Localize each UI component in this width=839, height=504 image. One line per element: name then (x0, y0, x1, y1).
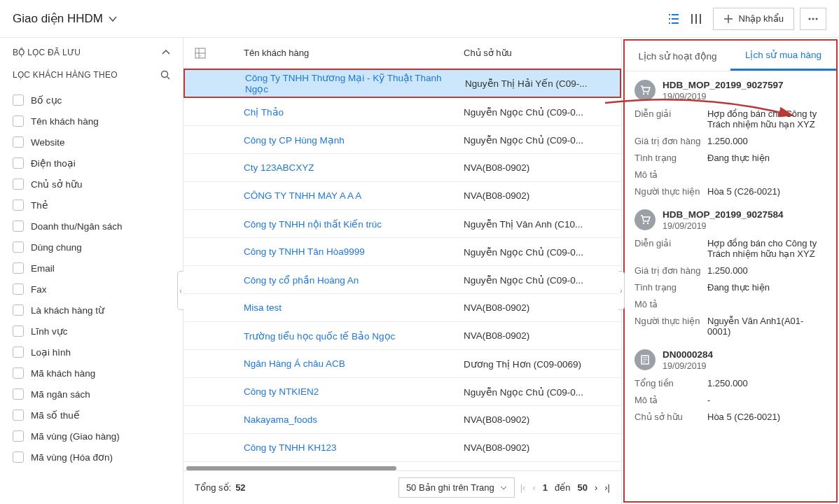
filter-label: Bố cục (31, 94, 62, 106)
table-row[interactable]: Misa testNVA(B08-0902) (183, 294, 621, 322)
filter-checkbox[interactable] (13, 262, 24, 274)
collapse-sidebar-handle[interactable]: ‹ (177, 271, 183, 310)
pager-last[interactable]: ›| (604, 482, 610, 493)
record-field-label: Người thực hiện (635, 186, 707, 197)
page-size-select[interactable]: 50 Bản ghi trên Trang (398, 477, 515, 498)
col-header-owner[interactable]: Chủ sở hữu (464, 48, 610, 58)
table-row[interactable]: Trường tiểu học quốc tế Bảo NgọcNVA(B08-… (183, 322, 621, 350)
filter-checkbox[interactable] (13, 220, 24, 232)
filter-item[interactable]: Doanh thu/Ngân sách (13, 216, 170, 237)
filter-item[interactable]: Mã vùng (Giao hàng) (13, 426, 170, 447)
record-field-value: Hòa 5 (C26-0021) (707, 412, 826, 422)
owner-cell: Nguyễn Ngọc Chủ (C09-0... (464, 386, 610, 398)
svg-point-2 (816, 18, 818, 20)
pager-first[interactable]: |‹ (520, 482, 526, 493)
table-row[interactable]: Chị ThảoNguyễn Ngọc Chủ (C09-0... (183, 98, 621, 126)
view-title[interactable]: Giao diện HHDM (13, 11, 117, 26)
customer-name-link[interactable]: Công ty TNHH Tân Hòa9999 (244, 246, 464, 257)
customer-name-link[interactable]: Công Ty TNHH Thương Mại - Kỹ Thuật Thanh… (245, 72, 465, 94)
table-row[interactable]: Cty 123ABCXYZNVA(B08-0902) (183, 154, 621, 182)
table-row[interactable]: Công Ty TNHH Thương Mại - Kỹ Thuật Thanh… (183, 69, 621, 98)
filter-item[interactable]: Website (13, 132, 170, 153)
filter-item[interactable]: Thẻ (13, 195, 170, 216)
filter-item[interactable]: Dùng chung (13, 237, 170, 258)
customer-name-link[interactable]: Trường tiểu học quốc tế Bảo Ngọc (244, 330, 464, 342)
filter-label: Doanh thu/Ngân sách (31, 221, 123, 232)
record-field-value: Nguyễn Văn Anh1(A01-0001) (707, 316, 826, 337)
filter-checkbox[interactable] (13, 451, 24, 463)
table-row[interactable]: Công ty TNHH KH123NVA(B08-0902) (183, 434, 621, 462)
filter-item[interactable]: Điện thoại (13, 153, 170, 174)
customer-name-link[interactable]: Công ty TNHH nội thất Kiến trúc (244, 218, 464, 230)
filter-item[interactable]: Chủ sở hữu (13, 174, 170, 195)
tab-activity-history[interactable]: Lịch sử hoạt động (625, 41, 730, 71)
col-header-name[interactable]: Tên khách hàng (244, 48, 464, 58)
filter-checkbox[interactable] (13, 410, 24, 421)
customer-name-link[interactable]: Chị Thảo (244, 106, 464, 118)
import-button[interactable]: Nhập khẩu (713, 8, 794, 30)
customer-name-link[interactable]: CÔNG TY TNHH MAY A A A (244, 190, 464, 201)
search-icon[interactable] (160, 70, 170, 80)
filter-checkbox[interactable] (13, 346, 24, 358)
table-row[interactable]: CÔNG TY TNHH MAY A A ANVA(B08-0902) (183, 182, 621, 210)
customer-name-link[interactable]: Công ty NTKIEN2 (244, 386, 464, 397)
customer-name-link[interactable]: Công ty TNHH KH123 (244, 442, 464, 453)
filter-checkbox[interactable] (13, 388, 24, 400)
filter-checkbox[interactable] (13, 136, 24, 148)
filter-label: Mã ngân sách (31, 389, 90, 400)
customer-name-link[interactable]: Misa test (244, 302, 464, 313)
record-field-label: Chủ sở hữu (635, 412, 707, 422)
owner-cell: Dương Thị Hơn (C09-0069) (464, 358, 610, 370)
kanban-view-icon[interactable] (685, 8, 707, 30)
table-row[interactable]: Công ty TNHH Tân Hòa9999Nguyễn Ngọc Chủ … (183, 238, 621, 266)
filter-checkbox[interactable] (13, 368, 24, 379)
filter-checkbox[interactable] (13, 178, 24, 190)
record-title[interactable]: HDB_MOP_20199_9027597 (663, 80, 784, 90)
filter-checkbox[interactable] (13, 284, 24, 295)
filter-checkbox[interactable] (13, 326, 24, 337)
record-title[interactable]: DN0000284 (663, 349, 713, 360)
table-row[interactable]: Nakayama_foodsNVA(B08-0902) (183, 406, 621, 434)
filter-item[interactable]: Bố cục (13, 90, 170, 111)
record-title[interactable]: HDB_MOP_20199_9027584 (663, 209, 784, 220)
history-record: HDB_MOP_20199_902758419/09/2019Diễn giải… (635, 209, 826, 337)
column-config-icon[interactable] (195, 48, 216, 59)
filter-checkbox[interactable] (13, 158, 24, 169)
filter-checkbox[interactable] (13, 115, 24, 127)
filter-item[interactable]: Mã ngân sách (13, 384, 170, 405)
record-field-label: Mô tả (635, 169, 707, 180)
filter-checkbox[interactable] (13, 200, 24, 211)
saved-filters-header[interactable]: BỘ LỌC ĐÃ LƯU (13, 48, 170, 57)
filter-item[interactable]: Mã khách hàng (13, 363, 170, 384)
customer-name-link[interactable]: Nakayama_foods (244, 414, 464, 425)
filter-checkbox[interactable] (13, 241, 24, 253)
table-row[interactable]: Công ty cổ phần Hoàng AnNguyễn Ngọc Chủ … (183, 266, 621, 294)
pager-next[interactable]: › (595, 482, 597, 493)
table-row[interactable]: Công ty NTKIEN2Nguyễn Ngọc Chủ (C09-0... (183, 378, 621, 406)
filter-checkbox[interactable] (13, 304, 24, 316)
tab-purchase-history[interactable]: Lịch sử mua hàng (730, 41, 836, 71)
document-icon (635, 349, 656, 370)
filter-checkbox[interactable] (13, 94, 24, 106)
table-row[interactable]: Công ty CP Hùng MạnhNguyễn Ngọc Chủ (C09… (183, 126, 621, 154)
filter-label: Thẻ (31, 200, 48, 211)
expand-detail-handle[interactable]: › (618, 271, 625, 310)
filter-item[interactable]: Loại hình (13, 342, 170, 363)
filter-item[interactable]: Mã vùng (Hóa đơn) (13, 447, 170, 468)
filter-item[interactable]: Là khách hàng từ (13, 300, 170, 321)
customer-name-link[interactable]: Cty 123ABCXYZ (244, 162, 464, 173)
filter-item[interactable]: Mã số thuế (13, 405, 170, 426)
filter-item[interactable]: Fax (13, 279, 170, 300)
customer-name-link[interactable]: Công ty cổ phần Hoàng An (244, 274, 464, 286)
table-row[interactable]: Công ty TNHH nội thất Kiến trúcNguyễn Th… (183, 210, 621, 238)
filter-item[interactable]: Lĩnh vực (13, 321, 170, 342)
filter-item[interactable]: Email (13, 258, 170, 279)
filter-checkbox[interactable] (13, 430, 24, 442)
more-menu-icon[interactable] (800, 8, 826, 30)
list-view-icon[interactable] (663, 8, 685, 30)
table-row[interactable]: Ngân Hàng Á châu ACBDương Thị Hơn (C09-0… (183, 350, 621, 378)
customer-name-link[interactable]: Công ty CP Hùng Mạnh (244, 134, 464, 146)
customer-name-link[interactable]: Ngân Hàng Á châu ACB (244, 358, 464, 369)
filter-item[interactable]: Tên khách hàng (13, 111, 170, 132)
pager-prev[interactable]: ‹ (532, 482, 535, 493)
